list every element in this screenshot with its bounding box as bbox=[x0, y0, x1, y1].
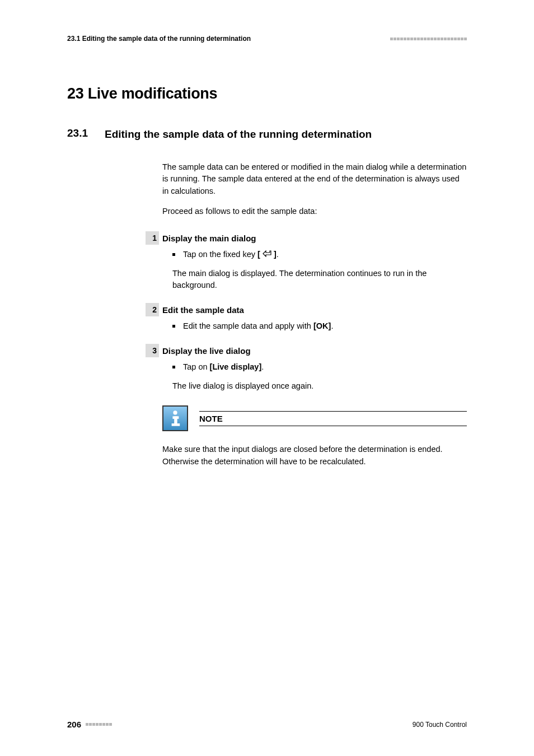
document-title: 900 Touch Control bbox=[413, 721, 467, 729]
header-decoration bbox=[390, 38, 467, 40]
bullet-text: Edit the sample data and apply with [OK]… bbox=[183, 320, 333, 333]
chapter-title: 23 Live modifications bbox=[67, 85, 467, 102]
header-section-ref: 23.1 Editing the sample data of the runn… bbox=[67, 35, 251, 43]
step-1: 1 Display the main dialog Tap on the fix… bbox=[162, 234, 467, 292]
svg-rect-3 bbox=[172, 424, 180, 427]
section-number: 23.1 bbox=[67, 127, 88, 142]
section-title: Editing the sample data of the running d… bbox=[105, 127, 372, 142]
page-header: 23.1 Editing the sample data of the runn… bbox=[67, 35, 467, 43]
intro-paragraph-2: Proceed as follows to edit the sample da… bbox=[162, 206, 467, 218]
step-title: Display the main dialog bbox=[162, 234, 467, 243]
step-bullet: Tap on the fixed key [ ]. bbox=[172, 249, 467, 261]
note-box: NOTE Make sure that the input dialogs ar… bbox=[162, 405, 467, 474]
step-body-text: The main dialog is displayed. The determ… bbox=[172, 268, 467, 292]
svg-point-0 bbox=[173, 411, 177, 415]
bullet-icon bbox=[172, 253, 175, 256]
bullet-icon bbox=[172, 366, 175, 368]
step-title: Edit the sample data bbox=[162, 305, 467, 315]
step-number: 3 bbox=[146, 344, 159, 357]
footer-decoration bbox=[86, 723, 112, 726]
section-heading: 23.1 Editing the sample data of the runn… bbox=[67, 127, 467, 142]
intro-paragraph-1: The sample data can be entered or modifi… bbox=[162, 161, 467, 198]
note-label: NOTE bbox=[199, 411, 467, 426]
step-number: 2 bbox=[146, 303, 159, 316]
step-title: Display the live dialog bbox=[162, 346, 467, 356]
step-bullet: Edit the sample data and apply with [OK]… bbox=[172, 320, 467, 333]
page-number: 206 bbox=[67, 720, 81, 729]
info-icon bbox=[162, 405, 188, 431]
note-text: Make sure that the input dialogs are clo… bbox=[162, 444, 467, 468]
step-body-text: The live dialog is displayed once again. bbox=[172, 380, 467, 393]
step-bullet: Tap on [Live display]. bbox=[172, 361, 467, 374]
step-3: 3 Display the live dialog Tap on [Live d… bbox=[162, 346, 467, 393]
step-number: 1 bbox=[146, 231, 159, 245]
bullet-icon bbox=[172, 325, 175, 328]
step-2: 2 Edit the sample data Edit the sample d… bbox=[162, 305, 467, 333]
bullet-text: Tap on [Live display]. bbox=[183, 361, 264, 374]
page-footer: 206 900 Touch Control bbox=[67, 720, 467, 729]
bullet-text: Tap on the fixed key [ ]. bbox=[183, 249, 279, 261]
back-key-icon bbox=[263, 249, 271, 261]
